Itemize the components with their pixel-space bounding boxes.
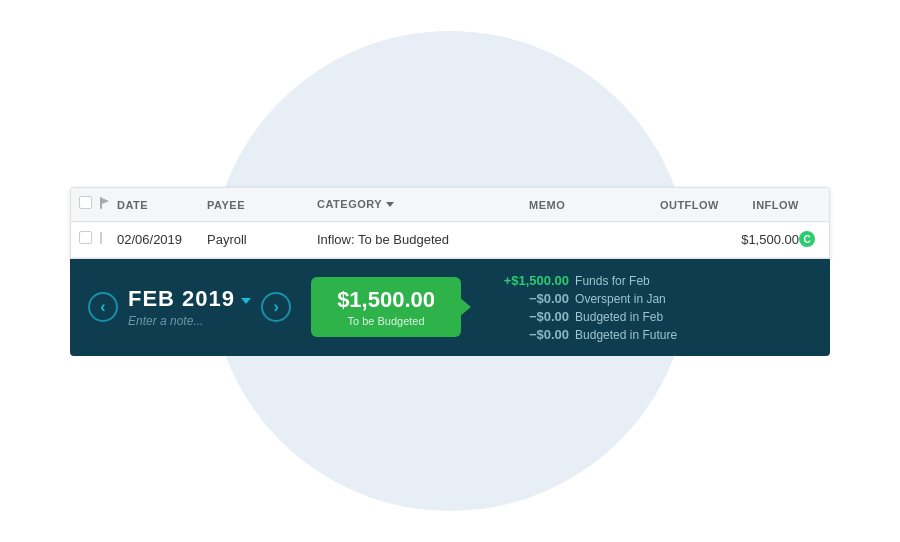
row-payee-value: Payroll — [207, 232, 247, 247]
transaction-table: DATE PAYEE CATEGORY MEMO outflow INFLOW — [70, 187, 830, 259]
table-row[interactable]: 02/06/2019 Payroll Inflow: To be Budgete… — [71, 222, 829, 258]
header-memo-label: MEMO — [529, 199, 565, 211]
budget-line-0: +$1,500.00Funds for Feb — [501, 273, 812, 288]
row-category-value: Inflow: To be Budgeted — [317, 232, 449, 247]
row-inflow: $1,500.00 — [719, 230, 799, 248]
row-date-value: 02/06/2019 — [117, 232, 182, 247]
header-category-label: CATEGORY — [317, 198, 382, 210]
category-dropdown-arrow[interactable] — [386, 202, 394, 207]
budget-line-amount-3: −$0.00 — [501, 327, 569, 342]
row-check[interactable] — [79, 230, 99, 248]
note-input[interactable]: Enter a note... — [128, 314, 203, 328]
month-dropdown-arrow[interactable] — [241, 298, 251, 304]
next-month-button[interactable]: › — [261, 292, 291, 322]
month-text: FEB 2019 — [128, 286, 235, 312]
cleared-icon: C — [803, 234, 810, 245]
budget-line-amount-0: +$1,500.00 — [501, 273, 569, 288]
budget-line-amount-1: −$0.00 — [501, 291, 569, 306]
row-flag[interactable] — [99, 230, 117, 248]
row-inflow-value: $1,500.00 — [741, 232, 799, 247]
header-checkbox[interactable] — [79, 196, 92, 209]
header-inflow-label: INFLOW — [753, 199, 799, 211]
table-header: DATE PAYEE CATEGORY MEMO outflow INFLOW — [71, 188, 829, 222]
main-content: DATE PAYEE CATEGORY MEMO outflow INFLOW — [70, 187, 830, 356]
header-inflow: INFLOW — [719, 195, 799, 213]
row-checkbox[interactable] — [79, 231, 92, 244]
svg-rect-1 — [100, 232, 102, 244]
budget-line-desc-1: Overspent in Jan — [575, 292, 666, 306]
budget-line-desc-2: Budgeted in Feb — [575, 310, 663, 324]
svg-rect-0 — [100, 197, 102, 209]
row-payee: Payroll — [207, 230, 317, 248]
budget-line-desc-3: Budgeted in Future — [575, 328, 677, 342]
row-flag-icon[interactable] — [99, 230, 109, 242]
row-date: 02/06/2019 — [117, 230, 207, 248]
header-check[interactable] — [79, 195, 99, 213]
header-outflow-label: outflow — [660, 199, 719, 211]
header-flag — [99, 195, 117, 213]
header-date: DATE — [117, 195, 207, 213]
row-category[interactable]: Inflow: To be Budgeted — [317, 230, 529, 248]
budget-line-2: −$0.00Budgeted in Feb — [501, 309, 812, 324]
header-category[interactable]: CATEGORY — [317, 198, 529, 210]
prev-month-icon: ‹ — [100, 298, 105, 316]
budget-line-1: −$0.00Overspent in Jan — [501, 291, 812, 306]
month-info: FEB 2019 Enter a note... — [128, 286, 251, 328]
month-label-container: FEB 2019 — [128, 286, 251, 312]
budget-line-3: −$0.00Budgeted in Future — [501, 327, 812, 342]
budgeted-amount: $1,500.00 — [337, 287, 435, 313]
cleared-badge[interactable]: C — [799, 231, 815, 247]
next-month-icon: › — [273, 298, 278, 316]
header-payee: PAYEE — [207, 195, 317, 213]
header-date-label: DATE — [117, 199, 148, 211]
header-outflow: outflow — [639, 195, 719, 213]
month-navigation: ‹ FEB 2019 Enter a note... › — [88, 286, 291, 328]
prev-month-button[interactable]: ‹ — [88, 292, 118, 322]
flag-icon — [99, 195, 109, 207]
budget-line-amount-2: −$0.00 — [501, 309, 569, 324]
budgeted-label: To be Budgeted — [348, 315, 425, 327]
budget-bar: ‹ FEB 2019 Enter a note... › $1,500.00 T… — [70, 259, 830, 356]
to-be-budgeted-bubble: $1,500.00 To be Budgeted — [311, 277, 461, 337]
header-payee-label: PAYEE — [207, 199, 245, 211]
row-clear[interactable]: C — [799, 231, 821, 247]
header-memo: MEMO — [529, 195, 639, 213]
budget-line-desc-0: Funds for Feb — [575, 274, 650, 288]
budget-details: +$1,500.00Funds for Feb−$0.00Overspent i… — [501, 273, 812, 342]
